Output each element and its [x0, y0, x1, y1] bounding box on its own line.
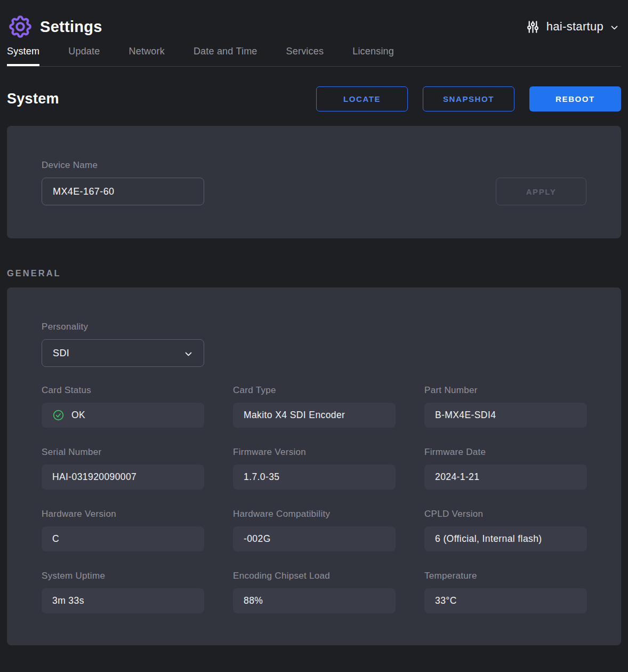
tab-date-and-time[interactable]: Date and Time — [194, 46, 257, 66]
check-circle-icon — [52, 409, 65, 421]
field-value-box: C — [42, 526, 204, 551]
field-label: Hardware Version — [42, 509, 204, 519]
field-value-box: 33°C — [424, 588, 587, 613]
general-section-heading: GENERAL — [7, 268, 621, 278]
personality-field: Personality SDI — [42, 322, 586, 367]
field-label: CPLD Version — [424, 509, 587, 519]
field-cpld-version: CPLD Version 6 (Official, Internal flash… — [424, 509, 587, 551]
field-firmware-date: Firmware Date 2024-1-21 — [424, 447, 587, 490]
field-value: OK — [71, 410, 85, 421]
personality-label: Personality — [42, 322, 586, 332]
device-name-field: Device Name — [42, 160, 204, 205]
field-value-box: HAI-031920090007 — [42, 465, 204, 490]
device-selector-label: hai-startup — [546, 20, 603, 34]
field-encoding-chipset-load: Encoding Chipset Load 88% — [233, 571, 396, 613]
tab-services[interactable]: Services — [286, 46, 324, 66]
apply-button[interactable]: APPLY — [496, 178, 586, 205]
field-card-type: Card Type Makito X4 SDI Encoder — [233, 385, 396, 428]
field-label: Firmware Date — [424, 447, 587, 458]
field-label: Firmware Version — [233, 447, 396, 458]
field-value-box: Makito X4 SDI Encoder — [233, 403, 396, 428]
field-value: C — [52, 533, 59, 545]
field-value-box: 88% — [233, 588, 396, 613]
personality-select[interactable]: SDI — [42, 339, 204, 367]
field-value-box: OK — [42, 403, 204, 428]
field-label: Card Status — [42, 385, 204, 396]
page-title: Settings — [40, 18, 102, 36]
section-title: System — [7, 91, 59, 107]
personality-value: SDI — [53, 348, 69, 359]
app-header: Settings hai-startup — [7, 0, 621, 42]
field-hardware-compatibility: Hardware Compatibility -002G — [233, 509, 396, 551]
device-selector[interactable]: hai-startup — [526, 20, 621, 34]
field-label: Card Type — [233, 385, 396, 396]
field-value-box: -002G — [233, 526, 396, 551]
field-value: Makito X4 SDI Encoder — [244, 410, 345, 421]
field-value: -002G — [244, 533, 271, 545]
field-value: HAI-031920090007 — [52, 471, 136, 483]
field-value-box: 2024-1-21 — [424, 465, 587, 490]
field-value: 2024-1-21 — [435, 471, 479, 483]
field-value: B-MX4E-SDI4 — [435, 410, 496, 421]
tab-network[interactable]: Network — [128, 46, 164, 66]
sliders-icon — [526, 20, 540, 34]
tab-bar: System Update Network Date and Time Serv… — [7, 46, 621, 67]
field-hardware-version: Hardware Version C — [42, 509, 204, 551]
field-label: Hardware Compatibility — [233, 509, 396, 519]
locate-button[interactable]: LOCATE — [316, 86, 408, 111]
field-firmware-version: Firmware Version 1.7.0-35 — [233, 447, 396, 490]
settings-gear-icon — [7, 13, 34, 40]
tab-licensing[interactable]: Licensing — [352, 46, 394, 66]
field-value: 88% — [244, 595, 263, 606]
field-value-box: 1.7.0-35 — [233, 465, 396, 490]
field-label: Part Number — [424, 385, 587, 396]
general-card: Personality SDI Card Status OK — [7, 287, 621, 645]
action-buttons: LOCATE SNAPSHOT REBOOT — [316, 86, 621, 111]
device-name-label: Device Name — [42, 160, 204, 171]
field-card-status: Card Status OK — [42, 385, 204, 428]
field-system-uptime: System Uptime 3m 33s — [42, 571, 204, 613]
field-value-box: 6 (Official, Internal flash) — [424, 526, 587, 551]
field-temperature: Temperature 33°C — [424, 571, 587, 613]
device-name-input[interactable] — [42, 178, 204, 205]
snapshot-button[interactable]: SNAPSHOT — [423, 86, 514, 111]
tab-system[interactable]: System — [7, 46, 39, 66]
tab-update[interactable]: Update — [68, 46, 100, 66]
field-value: 33°C — [435, 595, 457, 606]
general-fields-grid: Card Status OK Card Type Makito X4 SDI E… — [42, 385, 586, 613]
field-value: 3m 33s — [52, 595, 84, 606]
device-name-card: Device Name APPLY — [7, 126, 621, 238]
field-label: System Uptime — [42, 571, 204, 581]
field-value: 1.7.0-35 — [244, 471, 279, 483]
reboot-button[interactable]: REBOOT — [529, 86, 621, 111]
settings-page: Settings hai-startup System Update Netwo… — [0, 0, 628, 645]
chevron-down-icon — [610, 23, 619, 32]
field-label: Serial Number — [42, 447, 204, 458]
field-label: Encoding Chipset Load — [233, 571, 396, 581]
section-header: System LOCATE SNAPSHOT REBOOT — [7, 86, 621, 111]
field-part-number: Part Number B-MX4E-SDI4 — [424, 385, 587, 428]
field-value-box: 3m 33s — [42, 588, 204, 613]
chevron-down-icon — [184, 349, 193, 358]
field-value: 6 (Official, Internal flash) — [435, 533, 542, 545]
field-value-box: B-MX4E-SDI4 — [424, 403, 587, 428]
field-serial-number: Serial Number HAI-031920090007 — [42, 447, 204, 490]
field-label: Temperature — [424, 571, 587, 581]
